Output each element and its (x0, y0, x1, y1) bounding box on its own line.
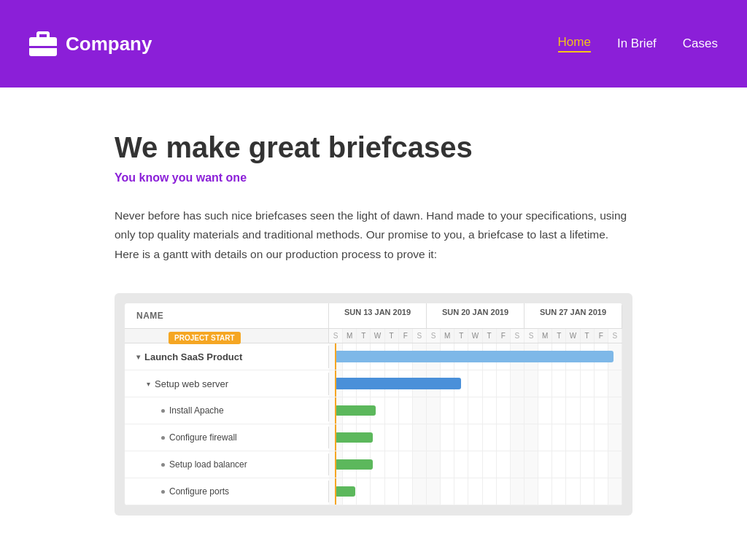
gantt-row-name-webserver: ▾ Setup web server (125, 373, 329, 395)
gantt-inner: NAME SUN 13 JAN 2019 SUN 20 JAN 2019 SUN… (125, 303, 622, 505)
gantt-name-column-header: NAME (125, 303, 329, 328)
hero-body: Never before has such nice briefcases se… (115, 206, 632, 264)
day-m2: M (441, 329, 454, 343)
day-w1: W (371, 329, 384, 343)
day-t4: T (483, 329, 497, 343)
dot-icon-apache (161, 409, 165, 413)
dot-icon-loadbalancer (161, 463, 165, 467)
gantt-row-firewall: Configure firewall (125, 424, 622, 451)
dot-icon-ports (161, 490, 165, 494)
day-f3: F (595, 329, 608, 343)
gantt-row-launch: ▾ Launch SaaS Product (125, 343, 622, 370)
main-nav: Home In Brief Cases (558, 35, 718, 52)
day-s2: S (413, 329, 427, 343)
logo-text: Company (66, 33, 152, 55)
site-header: Company Home In Brief Cases (0, 0, 747, 88)
day-s4: S (511, 329, 525, 343)
day-f1: F (399, 329, 413, 343)
gantt-bars-loadbalancer (329, 451, 622, 478)
gantt-week-1: SUN 13 JAN 2019 (329, 303, 427, 328)
logo[interactable]: Company (29, 31, 152, 56)
project-start-badge: PROJECT START (169, 332, 241, 344)
day-t3: T (454, 329, 468, 343)
nav-home[interactable]: Home (558, 35, 591, 52)
gantt-days-area: S M T W T F S S M T W T F S S M T (329, 329, 622, 343)
gantt-bars-firewall (329, 424, 622, 451)
hero-title: We make great briefcases (115, 131, 632, 164)
gantt-bars-webserver (329, 370, 622, 397)
gantt-row-name-launch: ▾ Launch SaaS Product (125, 346, 329, 368)
day-s1: S (329, 329, 343, 343)
gantt-row-name-apache: Install Apache (125, 400, 329, 421)
gantt-bars-apache (329, 397, 622, 424)
main-content: We make great briefcases You know you wa… (100, 88, 647, 545)
day-s6: S (608, 329, 622, 343)
day-t6: T (581, 329, 595, 343)
briefcase-icon (29, 31, 57, 56)
gantt-row-webserver: ▾ Setup web server (125, 370, 622, 397)
dot-icon-firewall (161, 436, 165, 440)
chevron-icon-webserver: ▾ (147, 380, 150, 388)
day-w3: W (566, 329, 580, 343)
chevron-icon-launch: ▾ (136, 353, 140, 361)
gantt-dates-header: SUN 13 JAN 2019 SUN 20 JAN 2019 SUN 27 J… (329, 303, 622, 328)
day-s3: S (427, 329, 441, 343)
day-w2: W (468, 329, 482, 343)
day-m3: M (538, 329, 552, 343)
gantt-row-name-firewall: Configure firewall (125, 427, 329, 448)
gantt-week-2: SUN 20 JAN 2019 (427, 303, 525, 328)
gantt-name-subheader: PROJECT START (125, 329, 329, 343)
day-t1: T (357, 329, 371, 343)
day-t2: T (385, 329, 399, 343)
gantt-chart: NAME SUN 13 JAN 2019 SUN 20 JAN 2019 SUN… (115, 293, 632, 516)
gantt-week-headers: NAME SUN 13 JAN 2019 SUN 20 JAN 2019 SUN… (125, 303, 622, 329)
gantt-row-loadbalancer: Setup load balancer (125, 451, 622, 478)
day-f2: F (497, 329, 511, 343)
hero-subtitle: You know you want one (115, 171, 632, 184)
gantt-days-row: PROJECT START S M T W T F S S M T W T F … (125, 329, 622, 343)
gantt-row-ports: Configure ports (125, 478, 622, 505)
gantt-bars-launch (329, 343, 622, 370)
gantt-row-apache: Install Apache (125, 397, 622, 424)
day-m1: M (343, 329, 357, 343)
nav-cases[interactable]: Cases (683, 36, 718, 51)
gantt-bars-ports (329, 478, 622, 505)
nav-in-brief[interactable]: In Brief (617, 36, 657, 51)
gantt-row-name-loadbalancer: Setup load balancer (125, 454, 329, 475)
day-t5: T (552, 329, 566, 343)
gantt-week-3: SUN 27 JAN 2019 (525, 303, 622, 328)
day-s5: S (525, 329, 538, 343)
gantt-row-name-ports: Configure ports (125, 481, 329, 502)
